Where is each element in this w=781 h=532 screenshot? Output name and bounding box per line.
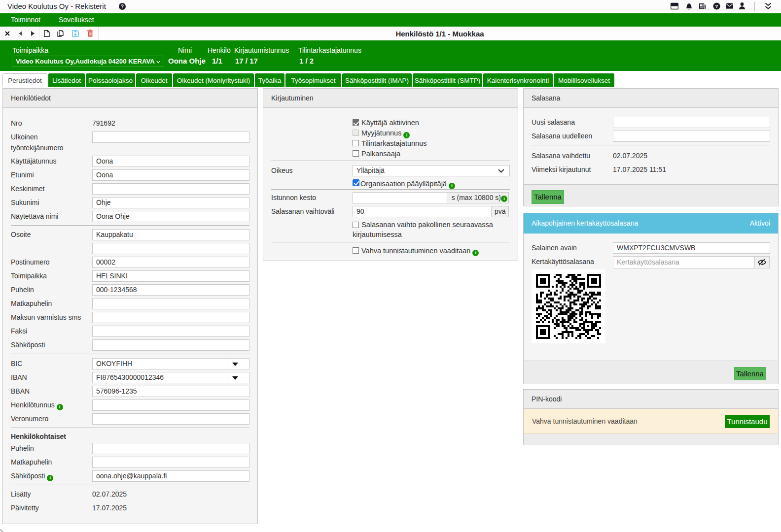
svg-text:?: ? [715, 3, 718, 9]
svg-text:?: ? [121, 4, 124, 9]
